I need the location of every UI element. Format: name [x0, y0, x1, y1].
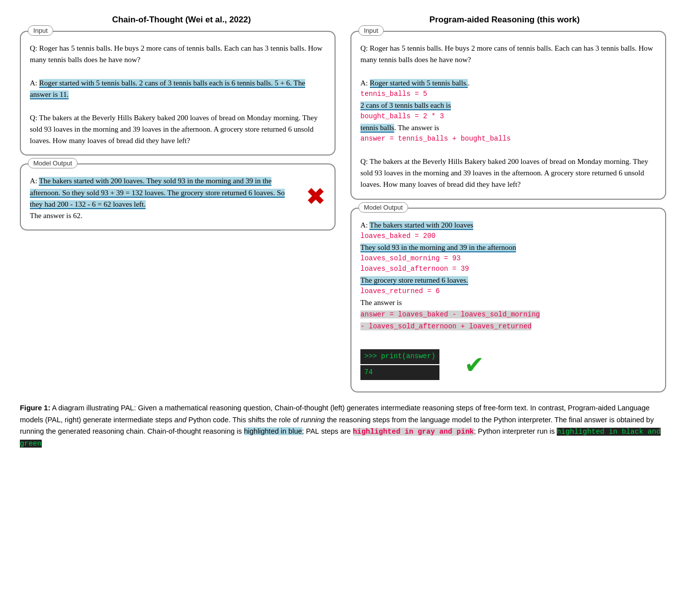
- right-out-code3: loaves_sold_afternoon = 39: [360, 264, 656, 275]
- caption-hl-pink-gray: highlighted in gray and pink: [353, 428, 474, 436]
- left-output-end: The answer is 62.: [30, 210, 291, 222]
- left-output-box: Model Output A: The bakers started with …: [20, 163, 336, 231]
- right-input-box: Input Q: Roger has 5 tennis balls. He bu…: [350, 31, 666, 200]
- left-q2: Q: The bakers at the Beverly Hills Baker…: [30, 112, 326, 147]
- right-out-a2: They sold 93 in the morning and 39 in th…: [360, 242, 656, 253]
- left-column: Input Q: Roger has 5 tennis balls. He bu…: [20, 31, 336, 392]
- x-icon: ✖: [306, 178, 326, 215]
- right-column: Input Q: Roger has 5 tennis balls. He bu…: [350, 31, 666, 392]
- right-out-code6-span: - loaves_sold_afternoon + loaves_returne…: [360, 322, 531, 330]
- left-output-text: A: The bakers started with 200 loaves. T…: [30, 175, 291, 222]
- left-title: Chain-of-Thought (Wei et al., 2022): [20, 15, 343, 25]
- right-title: Program-aided Reasoning (this work): [343, 15, 666, 25]
- left-output-content: A: The bakers started with 200 loaves. T…: [30, 175, 326, 222]
- right-out-a1-hl: The bakers started with 200 loaves: [369, 221, 473, 230]
- left-a1-pre: A:: [30, 79, 39, 87]
- caption-figure-label: Figure 1: A diagram illustrating PAL: Gi…: [20, 404, 661, 447]
- figure-caption: Figure 1: A diagram illustrating PAL: Gi…: [20, 402, 666, 450]
- right-out-terminal-row: >>> print(answer) 74 ✔: [360, 344, 656, 384]
- right-out-a1: A: The bakers started with 200 loaves: [360, 220, 656, 231]
- right-a-pre: A:: [360, 79, 370, 87]
- terminal-cmd: print(answer): [381, 352, 435, 360]
- right-out-code1: loaves_baked = 200: [360, 231, 656, 242]
- right-a1-hl: Roger started with 5 tennis balls.: [370, 79, 468, 88]
- left-input-content: Q: Roger has 5 tennis balls. He buys 2 m…: [30, 43, 326, 147]
- right-a2-hl: 2 cans of 3 tennis balls each is: [360, 101, 451, 110]
- caption-hl-black-green: highlighted in black and green: [20, 428, 661, 448]
- right-q2: Q: The bakers at the Beverly Hills Baker…: [360, 156, 656, 191]
- wrong-mark: ✖: [291, 175, 326, 215]
- right-code3: answer = tennis_balls + bought_balls: [360, 134, 656, 145]
- title-row: Chain-of-Thought (Wei et al., 2022) Prog…: [20, 15, 666, 25]
- left-input-label: Input: [28, 25, 53, 36]
- right-a1: A: Roger started with 5 tennis balls..: [360, 77, 656, 89]
- right-q1: Q: Roger has 5 tennis balls. He buys 2 m…: [360, 43, 656, 66]
- terminal-prompt: >>>: [364, 352, 381, 360]
- right-out-a3: The grocery store returned 6 loaves.: [360, 275, 656, 286]
- left-q1: Q: Roger has 5 tennis balls. He buys 2 m…: [30, 43, 326, 66]
- right-out-code5-span: answer = loaves_baked - loaves_sold_morn…: [360, 310, 540, 318]
- caption-hl-blue: highlighted in blue: [244, 427, 302, 435]
- right-out-a4: The answer is: [360, 297, 656, 308]
- right-output-box: Model Output A: The bakers started with …: [350, 208, 666, 393]
- two-col-layout: Input Q: Roger has 5 tennis balls. He bu…: [20, 31, 666, 392]
- terminal-block: >>> print(answer): [360, 349, 439, 364]
- right-out-code6: - loaves_sold_afternoon + loaves_returne…: [360, 320, 656, 332]
- right-a3-hl: tennis balls: [360, 124, 394, 133]
- right-out-a2-hl: They sold 93 in the morning and 39 in th…: [360, 243, 516, 252]
- left-output-a-pre: A:: [30, 177, 39, 185]
- left-output-row: A: The bakers started with 200 loaves. T…: [30, 175, 326, 222]
- left-output-a: A: The bakers started with 200 loaves. T…: [30, 175, 291, 210]
- check-icon: ✔: [464, 347, 484, 384]
- right-a3-line: tennis balls. The answer is: [360, 122, 656, 134]
- right-out-a3-hl: The grocery store returned 6 loaves.: [360, 276, 468, 285]
- right-out-a-pre: A:: [360, 221, 369, 229]
- right-input-label: Input: [358, 25, 384, 36]
- terminal-result: 74: [360, 365, 439, 380]
- left-a1: A: Roger started with 5 tennis balls. 2 …: [30, 77, 326, 101]
- left-output-label: Model Output: [28, 158, 78, 168]
- right-out-terminal: >>> print(answer) 74: [360, 347, 439, 380]
- right-out-code2: loaves_sold_morning = 93: [360, 253, 656, 264]
- left-output-highlighted: The bakers started with 200 loaves. They…: [30, 177, 285, 209]
- right-code1: tennis_balls = 5: [360, 89, 656, 100]
- right-output-content: A: The bakers started with 200 loaves lo…: [360, 220, 656, 384]
- right-out-code5: answer = loaves_baked - loaves_sold_morn…: [360, 308, 656, 320]
- right-code2: bought_balls = 2 * 3: [360, 111, 656, 122]
- right-a2-line: 2 cans of 3 tennis balls each is: [360, 100, 656, 111]
- right-a3-end: . The answer is: [394, 124, 439, 132]
- left-a1-highlighted: Roger started with 5 tennis balls. 2 can…: [30, 79, 305, 99]
- right-out-code4: loaves_returned = 6: [360, 286, 656, 297]
- right-input-content: Q: Roger has 5 tennis balls. He buys 2 m…: [360, 43, 656, 191]
- left-input-box: Input Q: Roger has 5 tennis balls. He bu…: [20, 31, 336, 155]
- right-output-label: Model Output: [358, 202, 408, 213]
